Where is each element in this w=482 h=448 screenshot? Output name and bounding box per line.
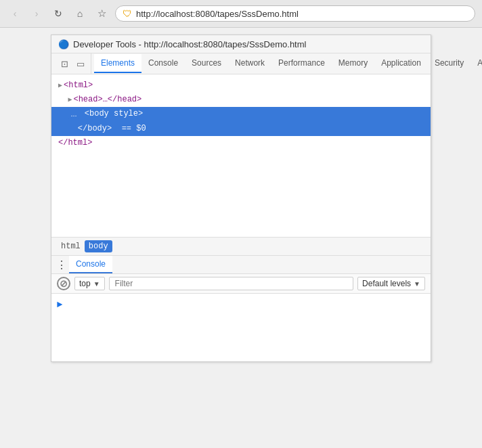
browser-toolbar: ‹ › ↻ ⌂ ☆ 🛡 http://localhost:8080/tapes/…: [0, 0, 482, 28]
console-toolbar: ⊘ top ▼ Default levels ▼: [51, 274, 431, 294]
tab-network[interactable]: Network: [228, 54, 271, 73]
tab-memory[interactable]: Memory: [332, 54, 374, 73]
levels-select[interactable]: Default levels ▼: [357, 277, 425, 290]
shield-icon: 🛡: [123, 8, 132, 19]
tab-sources[interactable]: Sources: [185, 54, 228, 73]
html-open-tag[interactable]: ▶<html>: [51, 79, 431, 93]
prompt-arrow-icon: ►: [57, 299, 62, 310]
reload-button[interactable]: ↻: [50, 5, 66, 22]
body-close-tag[interactable]: </body> == $0: [51, 122, 431, 136]
device-toolbar-button[interactable]: ▭: [73, 56, 88, 71]
console-section: ⋮ Console ⊘ top ▼ Default levels ▼ ►: [51, 255, 431, 361]
tab-performance[interactable]: Performance: [271, 54, 332, 73]
devtools-tabs-bar: ⊡ ▭ Elements Console Sources Network Per…: [51, 53, 431, 74]
devtools-favicon: 🔵: [58, 39, 69, 49]
context-caret-icon: ▼: [93, 280, 100, 288]
tab-application[interactable]: Application: [374, 54, 428, 73]
expand-button[interactable]: ...: [68, 109, 79, 119]
forward-button[interactable]: ›: [28, 5, 45, 22]
url-text: http://localhost:8080/tapes/SssDemo.html: [136, 9, 299, 19]
console-content: ►: [51, 294, 431, 361]
context-label: top: [79, 279, 91, 288]
devtools-tab-icons: ⊡ ▭: [54, 53, 91, 74]
console-more-button[interactable]: ⋮: [54, 256, 69, 273]
elements-panel: ▶<html> ▶<head>…</head> ... <body style>…: [51, 74, 431, 237]
head-tag[interactable]: ▶<head>…</head>: [51, 93, 431, 107]
breadcrumb-html[interactable]: html: [57, 240, 85, 252]
levels-caret-icon: ▼: [414, 280, 420, 288]
tab-security[interactable]: Security: [428, 54, 470, 73]
context-select[interactable]: top ▼: [74, 277, 105, 290]
console-prompt[interactable]: ►: [57, 299, 425, 310]
breadcrumb-body[interactable]: body: [85, 240, 112, 252]
tab-audits[interactable]: A: [470, 54, 482, 73]
triangle-icon: ▶: [58, 81, 62, 91]
breadcrumb: html body: [51, 237, 431, 255]
bookmark-button[interactable]: ☆: [93, 5, 110, 22]
address-bar[interactable]: 🛡 http://localhost:8080/tapes/SssDemo.ht…: [115, 5, 475, 22]
body-open-tag[interactable]: ... <body style>: [51, 107, 431, 121]
back-button[interactable]: ‹: [7, 5, 23, 22]
devtools-title: Developer Tools - http://localhost:8080/…: [73, 39, 306, 49]
home-button[interactable]: ⌂: [72, 5, 88, 22]
filter-input[interactable]: [109, 277, 353, 290]
console-tabs-bar: ⋮ Console: [51, 256, 431, 274]
levels-label: Default levels: [362, 279, 411, 288]
tab-console[interactable]: Console: [141, 54, 185, 73]
tab-elements[interactable]: Elements: [94, 54, 141, 73]
devtools-titlebar: 🔵 Developer Tools - http://localhost:808…: [51, 35, 431, 53]
devtools-window: 🔵 Developer Tools - http://localhost:808…: [51, 35, 431, 362]
clear-console-button[interactable]: ⊘: [57, 277, 70, 290]
html-close-tag[interactable]: </html>: [51, 136, 431, 150]
inspect-element-button[interactable]: ⊡: [57, 56, 72, 71]
triangle-icon: ▶: [68, 95, 72, 106]
console-tab[interactable]: Console: [69, 256, 112, 273]
